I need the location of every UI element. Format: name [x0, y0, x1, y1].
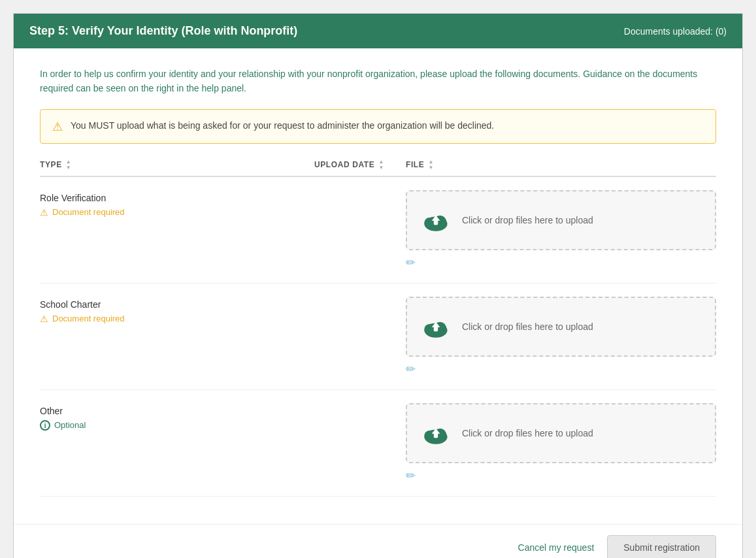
upload-cloud-icon	[420, 418, 452, 449]
cancel-button[interactable]: Cancel my request	[518, 542, 595, 553]
page-title: Step 5: Verify Your Identity (Role with …	[29, 24, 297, 38]
upload-dropzone-role[interactable]: Click or drop files here to upload	[406, 190, 716, 250]
file-sort-arrows[interactable]: ▲ ▼	[428, 159, 434, 171]
type-name-other: Other	[40, 406, 314, 416]
submit-registration-button[interactable]: Submit registration	[607, 535, 716, 558]
status-label-charter: Document required	[52, 314, 125, 323]
table-row: Other i Optional	[40, 390, 716, 497]
warning-icon: ⚠	[52, 120, 63, 134]
warning-text: You MUST upload what is being asked for …	[71, 119, 494, 133]
col-type: TYPE ▲ ▼	[40, 159, 314, 171]
col-upload-date: UPLOAD DATE ▲ ▼	[314, 159, 406, 171]
intro-text: In order to help us confirm your identit…	[40, 67, 716, 96]
type-cell-role: Role Verification ⚠ Document required	[40, 190, 314, 218]
date-sort-arrows[interactable]: ▲ ▼	[378, 159, 384, 171]
documents-table: TYPE ▲ ▼ UPLOAD DATE ▲ ▼ FILE	[40, 159, 716, 506]
sort-up-icon: ▲	[428, 159, 434, 165]
sort-down-icon: ▼	[428, 165, 434, 171]
warning-box: ⚠ You MUST upload what is being asked fo…	[40, 109, 716, 144]
col-file: FILE ▲ ▼	[406, 159, 716, 171]
upload-cell-charter: Click or drop files here to upload ✏	[406, 297, 716, 376]
status-badge-role: ⚠ Document required	[40, 207, 314, 218]
docs-uploaded-count: Documents uploaded: (0)	[624, 26, 727, 37]
edit-icon-role[interactable]: ✏	[406, 255, 716, 270]
status-label-role: Document required	[52, 207, 125, 217]
upload-cell-other: Click or drop files here to upload ✏	[406, 403, 716, 483]
upload-text-charter: Click or drop files here to upload	[462, 321, 593, 332]
table-row: School Charter ⚠ Document required	[40, 284, 716, 390]
type-name-charter: School Charter	[40, 299, 314, 310]
status-label-other: Optional	[54, 420, 86, 430]
type-cell-charter: School Charter ⚠ Document required	[40, 297, 314, 324]
warning-triangle-icon: ⚠	[40, 207, 48, 218]
type-cell-other: Other i Optional	[40, 403, 314, 431]
sort-down-icon: ▼	[378, 165, 384, 171]
sort-up-icon: ▲	[378, 159, 384, 165]
edit-icon-charter[interactable]: ✏	[406, 362, 716, 376]
type-name-role: Role Verification	[40, 193, 314, 203]
upload-cloud-icon	[420, 311, 452, 342]
sort-down-icon: ▼	[66, 165, 72, 171]
status-badge-charter: ⚠ Document required	[40, 314, 314, 324]
table-header: TYPE ▲ ▼ UPLOAD DATE ▲ ▼ FILE	[40, 159, 716, 177]
warning-triangle-icon: ⚠	[40, 314, 48, 324]
upload-cloud-icon	[420, 205, 452, 236]
page-header: Step 5: Verify Your Identity (Role with …	[14, 14, 742, 48]
page-container: Step 5: Verify Your Identity (Role with …	[13, 13, 743, 558]
info-circle-icon: i	[40, 420, 50, 431]
upload-text-other: Click or drop files here to upload	[462, 428, 593, 438]
upload-dropzone-other[interactable]: Click or drop files here to upload	[406, 403, 716, 463]
page-footer: Cancel my request Submit registration	[14, 524, 742, 558]
upload-dropzone-charter[interactable]: Click or drop files here to upload	[406, 297, 716, 357]
upload-cell-role: Click or drop files here to upload ✏	[406, 190, 716, 270]
edit-icon-other[interactable]: ✏	[406, 468, 716, 483]
type-sort-arrows[interactable]: ▲ ▼	[66, 159, 72, 171]
sort-up-icon: ▲	[66, 159, 72, 165]
table-row: Role Verification ⚠ Document required	[40, 177, 716, 284]
page-content: In order to help us confirm your identit…	[14, 48, 742, 524]
status-badge-other: i Optional	[40, 420, 314, 431]
upload-text-role: Click or drop files here to upload	[462, 215, 593, 225]
